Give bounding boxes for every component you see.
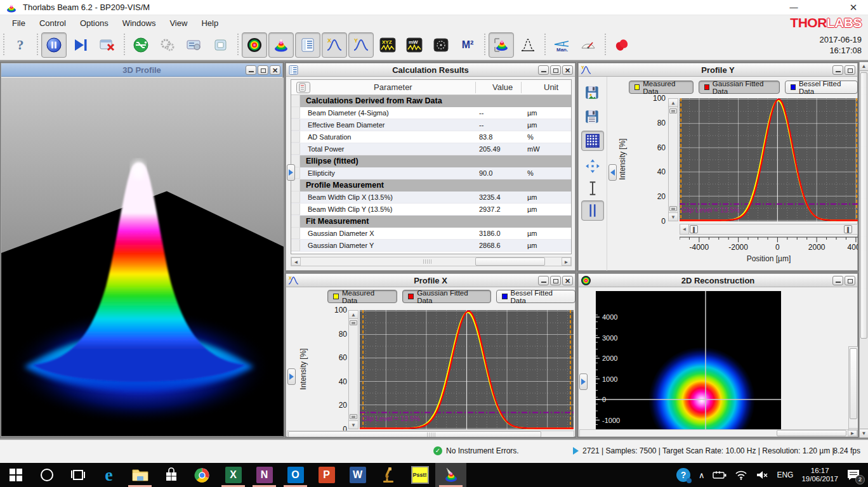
recon-2d-view-button[interactable] [242, 32, 267, 58]
notification-center-button[interactable]: 2 [846, 469, 860, 481]
excel[interactable]: X [218, 463, 249, 487]
row-gutter[interactable] [291, 192, 300, 203]
menu-view[interactable]: View [162, 16, 194, 30]
calc-results-view-button[interactable] [295, 32, 320, 58]
menu-windows[interactable]: Windows [115, 16, 163, 30]
legend-gaussian-fitted-data[interactable]: Gaussian Fitted Data [699, 81, 780, 94]
xyz-plot-button[interactable]: XYZ [375, 32, 400, 58]
onenote[interactable]: N [249, 463, 280, 487]
3d-minimize-button[interactable] [246, 65, 256, 75]
3d-maximize-button[interactable] [258, 65, 268, 75]
menu-options[interactable]: Options [73, 16, 115, 30]
table-row[interactable]: Beam Width Clip Y (13.5%)2937.2µm [291, 204, 571, 216]
row-gutter[interactable] [291, 95, 300, 107]
profile-3d-view-button[interactable] [268, 32, 294, 58]
legend-measured-data[interactable]: Measured Data [327, 290, 397, 303]
close-window-button[interactable] [95, 32, 120, 58]
calc-titlebar[interactable]: Calculation Results ✕ [286, 63, 575, 77]
calc-maximize-button[interactable] [550, 65, 561, 75]
table-row[interactable]: Total Power205.49mW [291, 143, 571, 155]
help-button[interactable]: ? [8, 32, 33, 58]
profile_y-plot[interactable]: Clip Level = 13.5% [680, 98, 858, 221]
row-gutter[interactable] [291, 228, 300, 239]
menu-help[interactable]: Help [194, 16, 225, 30]
app-close-button[interactable]: ✕ [844, 3, 863, 13]
table-row[interactable]: Effective Beam Diameter--µm [291, 119, 571, 131]
profile-x-view-button[interactable]: X [322, 32, 347, 58]
calc-collapse-arrow[interactable] [287, 164, 295, 181]
wifi-icon[interactable] [735, 470, 747, 480]
3d-close-button[interactable]: ✕ [270, 65, 280, 75]
microscope-app[interactable] [373, 463, 404, 487]
slider-thumb-right[interactable]: ∥ [844, 225, 852, 233]
app-titlebar[interactable]: Thorlabs Beam 6.2 - BP209-VIS/M — ✕ [0, 0, 868, 15]
tray-help-icon[interactable]: ? [676, 468, 690, 482]
profile_x-collapse-arrow[interactable] [287, 368, 296, 385]
profile_y-collapse-arrow[interactable] [608, 164, 617, 181]
instrument-config-button[interactable] [181, 32, 207, 58]
profile_x-vslider[interactable]: ▲▼ [348, 310, 358, 429]
slider-handle-bottom[interactable] [669, 206, 677, 211]
camera-view-button[interactable] [428, 32, 454, 58]
tray-chevron-icon[interactable]: ∧ [699, 471, 705, 480]
beam-window-button[interactable] [489, 32, 514, 58]
calc-hscrollbar[interactable]: ◄ ► [291, 257, 572, 266]
recon-2d-image[interactable]: 40003000200010000-1000-2000 [596, 291, 781, 437]
3d-profile-titlebar[interactable]: 3D Profile ✕ [1, 63, 282, 77]
file-explorer[interactable] [124, 463, 155, 487]
row-gutter[interactable] [291, 216, 300, 228]
slider-handle-top[interactable] [669, 108, 677, 114]
row-gutter[interactable] [291, 143, 300, 155]
table-row[interactable]: Beam Diameter (4-Sigma)--µm [291, 107, 571, 119]
scroll-up-arrow[interactable]: ▲ [860, 62, 868, 71]
recon-hscrollbar[interactable]: ► [579, 429, 858, 437]
col-value[interactable]: Value [492, 82, 513, 92]
slider-up-arrow[interactable]: ▲ [349, 311, 358, 319]
app-minimize-button[interactable]: — [784, 3, 803, 13]
device-box-button[interactable] [208, 32, 233, 58]
edge-browser[interactable]: e [93, 463, 124, 487]
eraser-button[interactable] [609, 32, 635, 58]
word[interactable]: W [342, 463, 373, 487]
tray-clock[interactable]: 16:1719/06/2017 [801, 467, 838, 483]
slider-left-arrow[interactable]: ◄ [680, 224, 689, 234]
row-gutter[interactable] [291, 240, 300, 251]
pause-button[interactable] [41, 32, 67, 58]
legend-bessel-fitted-data[interactable]: Bessel Fitted Data [496, 290, 575, 303]
app-vscrollbar[interactable]: ▲ ▼ [859, 62, 868, 438]
legend-bessel-fitted-data[interactable]: Bessel Fitted Data [785, 81, 858, 94]
row-gutter[interactable] [291, 119, 300, 131]
slider-down-arrow[interactable]: ▼ [349, 420, 358, 429]
recon-titlebar[interactable]: 2D Reconstruction [579, 274, 857, 287]
profile_x-hscrollbar[interactable] [287, 431, 574, 438]
slider-handle-bottom[interactable] [350, 414, 357, 419]
calc-close-button[interactable]: ✕ [562, 65, 573, 75]
task-view-button[interactable] [62, 463, 93, 487]
start-button[interactable] [0, 463, 31, 487]
slider-handle-top[interactable] [350, 320, 357, 325]
manual-angle-button[interactable]: Man. [549, 32, 574, 58]
power-plot-button[interactable]: mW [402, 32, 427, 58]
tray-language[interactable]: ENG [777, 471, 793, 479]
calc-minimize-button[interactable] [538, 65, 549, 75]
recon-minimize-button[interactable] [832, 276, 843, 285]
menu-file[interactable]: File [5, 16, 32, 30]
recon-maximize-button[interactable] [845, 276, 855, 285]
menu-control[interactable]: Control [32, 16, 73, 30]
profile_y-hslider[interactable]: ◄∥∥ [680, 224, 858, 235]
legend-measured-data[interactable]: Measured Data [629, 81, 694, 94]
table-row[interactable]: Beam Width Clip X (13.5%)3235.4µm [291, 192, 571, 204]
table-config-icon[interactable] [296, 82, 310, 93]
windows-store[interactable] [155, 463, 187, 487]
profile-y-view-button[interactable]: Y [348, 32, 374, 58]
profile_y-vslider[interactable]: ▲▼ [668, 98, 678, 221]
slider-thumb-left[interactable]: ∥ [690, 225, 698, 233]
row-gutter[interactable] [291, 179, 300, 192]
row-gutter[interactable] [291, 131, 300, 143]
table-row[interactable]: Ellipticity90.0% [291, 167, 571, 179]
outlook[interactable]: O [280, 463, 311, 487]
row-gutter[interactable] [291, 204, 300, 215]
slider-up-arrow[interactable]: ▲ [669, 99, 678, 107]
recon-collapse-arrow[interactable] [579, 373, 588, 390]
table-row[interactable]: Gaussian Diameter X3186.0µm [291, 228, 571, 240]
